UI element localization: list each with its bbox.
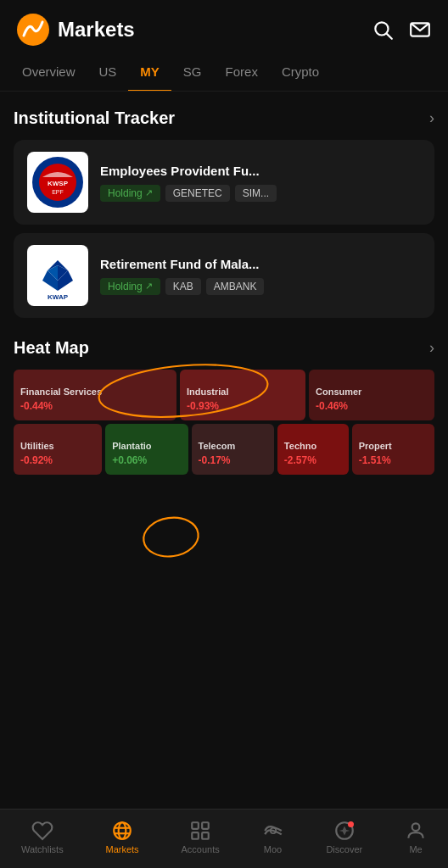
nav-markets[interactable]: Markets [95, 816, 148, 858]
svg-point-12 [114, 822, 131, 839]
nav-accounts[interactable]: Accounts [171, 816, 229, 858]
moo-icon [262, 820, 284, 842]
nav-discover[interactable]: Discover [316, 816, 372, 858]
bottom-nav: Watchlists Markets Accounts [0, 809, 448, 868]
discover-icon [333, 820, 356, 842]
plantation-label: Plantatio [112, 441, 181, 452]
page-title: Markets [58, 18, 135, 42]
accounts-icon [189, 820, 211, 842]
svg-text:KWSP: KWSP [48, 180, 69, 187]
nav-me[interactable]: Me [395, 816, 437, 858]
institutional-tracker-header[interactable]: Institutional Tracker › [14, 108, 434, 128]
tab-my[interactable]: MY [128, 59, 171, 84]
discover-label: Discover [326, 844, 362, 854]
heatmap-grid: Financial Services -0.44% Industrial -0.… [14, 370, 434, 475]
institutional-tracker-chevron[interactable]: › [429, 109, 434, 127]
nav-tabs: Overview US MY SG Forex Crypto [0, 56, 448, 92]
header-left: Markets [17, 14, 135, 46]
heat-cell-property[interactable]: Propert -1.51% [352, 424, 434, 475]
svg-text:EPF: EPF [52, 189, 64, 195]
property-label: Propert [359, 441, 428, 452]
tab-sg[interactable]: SG [171, 59, 214, 84]
financial-pct: -0.44% [20, 400, 170, 412]
financial-label: Financial Services [20, 387, 170, 398]
industrial-pct: -0.93% [187, 400, 299, 412]
kwap-holding-tag: Holding ↗ [100, 278, 160, 295]
svg-point-13 [119, 822, 126, 839]
me-label: Me [409, 844, 422, 854]
property-pct: -1.51% [359, 454, 428, 466]
utilities-pct: -0.92% [20, 454, 95, 466]
markets-label: Markets [105, 844, 138, 854]
heatmap-section: Heat Map › Financial Services -0.44% Ind… [14, 338, 434, 475]
kwap-stock-2[interactable]: AMBANK [206, 278, 265, 295]
svg-marker-22 [339, 826, 350, 836]
header-actions [372, 19, 431, 41]
kwap-name: Retirement Fund of Mala... [100, 257, 421, 271]
svg-rect-17 [202, 822, 209, 829]
main-content: Institutional Tracker › KWSP EPF Employe… [0, 92, 448, 559]
plantation-pct: +0.06% [112, 454, 181, 466]
industrial-label: Industrial [187, 387, 299, 398]
techno-label: Techno [284, 441, 342, 452]
consumer-label: Consumer [316, 387, 428, 398]
kwsp-holding-tag: Holding ↗ [100, 185, 160, 202]
svg-rect-16 [192, 822, 199, 829]
kwsp-logo: KWSP EPF [27, 152, 88, 213]
tab-crypto[interactable]: Crypto [270, 59, 331, 84]
kwap-stock-1[interactable]: KAB [165, 278, 201, 295]
institutional-tracker-title: Institutional Tracker [14, 108, 175, 128]
svg-point-11 [141, 515, 200, 559]
accounts-label: Accounts [181, 844, 219, 854]
inst-card-kwsp[interactable]: KWSP EPF Employees Provident Fu... Holdi… [14, 140, 434, 225]
techno-pct: -2.57% [284, 454, 342, 466]
svg-line-2 [387, 34, 392, 39]
search-icon[interactable] [372, 19, 394, 41]
heat-cell-techno[interactable]: Techno -2.57% [277, 424, 349, 475]
kwsp-info: Employees Provident Fu... Holding ↗ GENE… [100, 164, 421, 202]
kwsp-stock-2[interactable]: SIM... [235, 185, 277, 202]
svg-rect-19 [202, 832, 209, 839]
heatmap-chevron[interactable]: › [429, 339, 434, 357]
kwap-holding-arrow: ↗ [145, 281, 153, 292]
heat-cell-financial[interactable]: Financial Services -0.44% [14, 370, 176, 420]
heat-cell-consumer[interactable]: Consumer -0.46% [309, 370, 434, 420]
nav-moo[interactable]: Moo [252, 816, 294, 858]
svg-point-23 [412, 823, 420, 831]
svg-text:KWAP: KWAP [48, 293, 69, 301]
consumer-pct: -0.46% [316, 400, 428, 412]
heatmap-header[interactable]: Heat Map › [14, 338, 434, 358]
telecom-label: Telecom [199, 441, 267, 452]
kwsp-tags: Holding ↗ GENETEC SIM... [100, 185, 421, 202]
heat-cell-utilities[interactable]: Utilities -0.92% [14, 424, 102, 475]
kwap-tags: Holding ↗ KAB AMBANK [100, 278, 421, 295]
telecom-pct: -0.17% [199, 454, 267, 466]
tab-overview[interactable]: Overview [10, 59, 87, 84]
heatmap-row-1: Financial Services -0.44% Industrial -0.… [14, 370, 434, 420]
me-icon [405, 820, 427, 842]
mail-icon[interactable] [409, 19, 431, 41]
utilities-label: Utilities [20, 441, 95, 452]
heatmap-row-2: Utilities -0.92% Plantatio +0.06% Teleco… [14, 424, 434, 475]
watchlists-label: Watchlists [21, 844, 64, 854]
heatmap-title: Heat Map [14, 338, 89, 358]
kwap-logo: KWAP [27, 245, 88, 306]
tab-forex[interactable]: Forex [214, 59, 270, 84]
discover-notification-dot [348, 821, 354, 827]
markets-icon [111, 820, 133, 842]
tab-us[interactable]: US [87, 59, 129, 84]
heat-cell-industrial[interactable]: Industrial -0.93% [180, 370, 305, 420]
moo-label: Moo [264, 844, 282, 854]
heat-cell-telecom[interactable]: Telecom -0.17% [192, 424, 274, 475]
inst-card-kwap[interactable]: KWAP Retirement Fund of Mala... Holding … [14, 233, 434, 318]
content-area: Institutional Tracker › KWSP EPF Employe… [0, 92, 448, 475]
watchlists-icon [31, 820, 53, 842]
heat-cell-plantation[interactable]: Plantatio +0.06% [105, 424, 188, 475]
kwsp-name: Employees Provident Fu... [100, 164, 421, 178]
nav-watchlists[interactable]: Watchlists [11, 816, 74, 858]
app-header: Markets [0, 0, 448, 56]
app-logo-icon [17, 14, 49, 46]
kwsp-stock-1[interactable]: GENETEC [165, 185, 230, 202]
holding-arrow: ↗ [145, 187, 153, 198]
kwap-info: Retirement Fund of Mala... Holding ↗ KAB… [100, 257, 421, 295]
